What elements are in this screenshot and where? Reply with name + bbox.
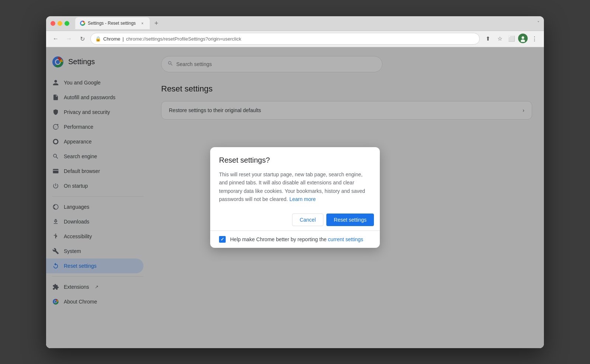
content-area: Settings You and Google Autofill and pas…	[46, 47, 544, 348]
new-tab-button[interactable]: +	[151, 18, 162, 28]
dialog-content: Reset settings? This will reset your sta…	[210, 147, 380, 209]
address-url: chrome://settings/resetProfileSettings?o…	[126, 36, 242, 42]
profile-avatar	[519, 35, 527, 42]
back-button[interactable]: ←	[51, 34, 61, 44]
nav-bar: ← → ↻ 🔒 Chrome | chrome://settings/reset…	[46, 31, 544, 47]
nav-actions: ⬆ ☆ ⬜ ⋮	[483, 34, 539, 44]
tab-chevron-icon[interactable]: ˅	[537, 21, 539, 26]
dialog-title: Reset settings?	[219, 156, 371, 164]
reload-button[interactable]: ↻	[77, 34, 87, 44]
traffic-lights	[51, 21, 69, 26]
address-separator: |	[122, 36, 124, 42]
bookmark-button[interactable]: ☆	[494, 34, 505, 44]
browser-window: Settings - Reset settings × + ˅ ← → ↻ 🔒 …	[46, 16, 544, 348]
active-tab[interactable]: Settings - Reset settings ×	[75, 17, 150, 29]
minimize-button[interactable]	[58, 21, 62, 26]
tab-overview-button[interactable]: ⬜	[506, 34, 517, 44]
forward-button[interactable]: →	[64, 34, 74, 44]
learn-more-link[interactable]: Learn more	[289, 196, 316, 202]
current-settings-link[interactable]: current settings	[328, 236, 363, 242]
tab-favicon	[80, 20, 86, 26]
tab-close-button[interactable]: ×	[139, 20, 145, 26]
title-bar: Settings - Reset settings × + ˅	[46, 16, 544, 31]
checkmark-icon: ✓	[221, 237, 224, 242]
help-checkbox[interactable]: ✓	[219, 236, 226, 243]
footer-text: Help make Chrome better by reporting the…	[230, 236, 363, 242]
reset-settings-button[interactable]: Reset settings	[326, 214, 374, 226]
dialog-actions: Cancel Reset settings	[210, 209, 380, 230]
maximize-button[interactable]	[65, 21, 69, 26]
tab-title: Settings - Reset settings	[88, 21, 136, 26]
profile-button[interactable]	[518, 34, 528, 43]
cancel-button[interactable]: Cancel	[292, 214, 324, 226]
menu-button[interactable]: ⋮	[529, 34, 539, 44]
share-button[interactable]: ⬆	[483, 34, 493, 44]
address-lock-icon: 🔒	[95, 36, 101, 42]
address-bar[interactable]: 🔒 Chrome | chrome://settings/resetProfil…	[90, 33, 480, 45]
close-button[interactable]	[51, 21, 55, 26]
footer-text-content: Help make Chrome better by reporting the	[230, 236, 328, 242]
dialog-body: This will reset your startup page, new t…	[219, 170, 371, 204]
dialog-footer: ✓ Help make Chrome better by reporting t…	[210, 230, 380, 248]
reset-dialog: Reset settings? This will reset your sta…	[210, 147, 380, 248]
address-site-label: Chrome	[103, 36, 120, 42]
tab-bar: Settings - Reset settings × + ˅	[75, 17, 539, 29]
svg-point-3	[522, 37, 524, 39]
overlay[interactable]: Reset settings? This will reset your sta…	[46, 47, 544, 348]
